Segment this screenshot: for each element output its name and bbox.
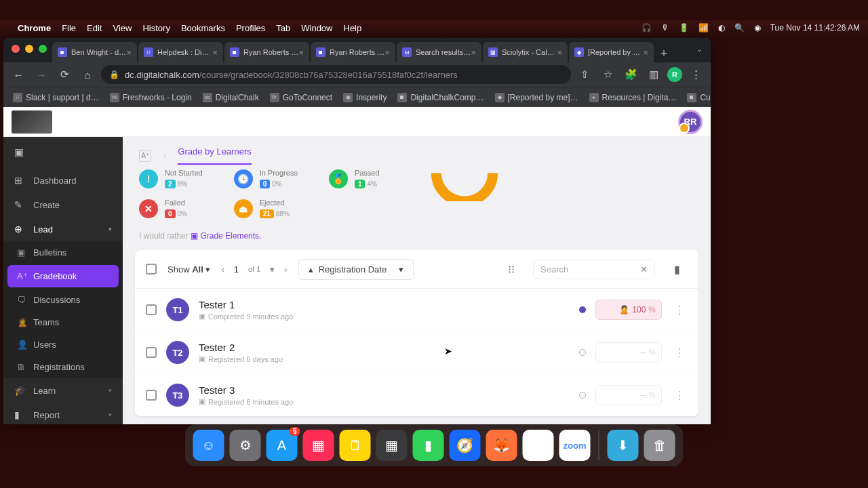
learner-row[interactable]: T2 Tester 2 ▣Registered 6 days ago -- % … — [135, 331, 698, 374]
stats-icon[interactable]: ▮ — [666, 258, 688, 280]
dock-app[interactable]: 🗑 — [644, 430, 675, 461]
close-tab-icon[interactable]: × — [471, 47, 476, 58]
sidebar-sub-bulletins[interactable]: ▣Bulletins — [3, 241, 123, 264]
side-panel-icon[interactable]: ▥ — [644, 65, 663, 84]
row-checkbox[interactable] — [146, 304, 157, 315]
browser-tab[interactable]: MSearch results - ry…× — [397, 42, 481, 62]
sidebar-item-lead[interactable]: ⊕Lead▾ — [3, 217, 123, 241]
grade-input[interactable]: 🙎 100 % — [595, 300, 662, 320]
dock-app[interactable]: ⬇ — [608, 430, 639, 461]
dock-app[interactable]: 🦊 — [486, 430, 517, 461]
sidebar-item-report[interactable]: ▮Report▾ — [3, 403, 123, 424]
tabs-overflow-icon[interactable]: ⌄ — [696, 45, 703, 54]
show-filter[interactable]: Show All ▾ — [167, 264, 210, 274]
headphones-icon[interactable]: 🎧 — [642, 23, 652, 33]
row-checkbox[interactable] — [146, 347, 157, 358]
gradebook-icon[interactable]: A⁺ — [139, 150, 151, 162]
menu-help[interactable]: Help — [344, 23, 362, 33]
menu-file[interactable]: File — [62, 23, 76, 33]
address-bar[interactable]: 🔒 dc.digitalchalk.com/course/gradebook/3… — [101, 65, 571, 84]
back-button[interactable]: ← — [9, 65, 28, 84]
bookmark-item[interactable]: ⁝⁝Slack | support | d… — [9, 91, 103, 104]
dock-app[interactable]: 🗒 — [340, 430, 371, 461]
spotlight-icon[interactable]: 🔍 — [734, 23, 745, 33]
menu-history[interactable]: History — [142, 23, 170, 33]
menu-profiles[interactable]: Profiles — [236, 23, 265, 33]
close-tab-icon[interactable]: × — [384, 47, 390, 58]
sidebar-item-learn[interactable]: 🎓Learn▾ — [3, 378, 123, 403]
control-center-icon[interactable]: ◐ — [718, 23, 725, 33]
learner-row[interactable]: T1 Tester 1 ▣Completed 9 minutes ago 🙎 1… — [135, 289, 698, 331]
dock-app[interactable]: ☺ — [193, 430, 224, 461]
tab-grade-by-learners[interactable]: Grade by Learners — [178, 146, 251, 165]
bookmark-item[interactable]: ▸Resources | Digita… — [585, 91, 681, 104]
browser-tab[interactable]: ◆[Reported by me] …× — [569, 42, 654, 62]
user-avatar[interactable]: RR — [678, 110, 703, 134]
row-checkbox[interactable] — [146, 390, 157, 401]
collapse-sidebar-icon[interactable]: ▣ — [3, 137, 123, 168]
chrome-menu-icon[interactable]: ⋮ — [686, 65, 705, 84]
window-maximize[interactable] — [39, 45, 47, 53]
filter-icon[interactable]: ⁝⁝ — [500, 258, 522, 280]
close-tab-icon[interactable]: × — [126, 47, 132, 58]
sort-dropdown[interactable]: ▴ Registration Date ▾ — [298, 259, 414, 280]
clock[interactable]: Tue Nov 14 11:42:26 AM — [770, 23, 860, 33]
dock-app[interactable]: ▦ — [376, 430, 408, 461]
bookmark-star-icon[interactable]: ☆ — [598, 65, 617, 84]
bookmark-item[interactable]: ◉Insperity — [339, 91, 391, 104]
app-logo[interactable] — [12, 110, 52, 134]
close-tab-icon[interactable]: × — [643, 47, 648, 58]
menu-edit[interactable]: Edit — [87, 23, 102, 33]
close-tab-icon[interactable]: × — [298, 47, 304, 58]
grade-input[interactable]: -- % — [595, 385, 662, 405]
window-minimize[interactable] — [25, 45, 33, 53]
menu-app[interactable]: Chrome — [18, 23, 51, 33]
sidebar-item-create[interactable]: ✎Create — [3, 192, 123, 217]
close-tab-icon[interactable]: × — [212, 47, 218, 58]
bookmark-item[interactable]: ◆[Reported by me]… — [491, 91, 583, 104]
page-next[interactable]: › — [284, 264, 287, 274]
learner-row[interactable]: T3 Tester 3 ▣Registered 6 minutes ago --… — [135, 374, 698, 416]
dock-app[interactable]: zoom — [559, 430, 591, 461]
mic-icon[interactable]: 🎙 — [661, 23, 669, 33]
sidebar-sub-gradebook[interactable]: A⁺Gradebook — [7, 265, 119, 287]
sidebar-sub-registrations[interactable]: 🗎Registrations — [3, 356, 123, 378]
row-menu-icon[interactable]: ⋮ — [671, 346, 688, 359]
sidebar-sub-teams[interactable]: 🙎Teams — [3, 311, 123, 333]
wifi-icon[interactable]: 📶 — [698, 23, 709, 33]
new-tab-button[interactable]: + — [655, 45, 673, 62]
profile-avatar[interactable]: R — [667, 67, 682, 82]
menu-view[interactable]: View — [113, 23, 132, 33]
battery-icon[interactable]: 🔋 — [679, 23, 689, 33]
dock-app[interactable]: ▦ — [303, 430, 334, 461]
search-input[interactable]: Search ✕ — [533, 260, 655, 279]
browser-tab[interactable]: ⏺Ben Wright - digit…× — [52, 42, 137, 62]
reload-button[interactable]: ⟳ — [55, 65, 74, 84]
dock-app[interactable]: ▮ — [413, 430, 444, 461]
grade-elements-link[interactable]: Grade Elements. — [200, 231, 261, 241]
dock-app[interactable]: ◉ — [523, 430, 554, 461]
home-button[interactable]: ⌂ — [78, 65, 97, 84]
browser-tab[interactable]: ⁝⁝Helpdesk : DigitalC…× — [138, 42, 223, 62]
forward-button[interactable]: → — [32, 65, 51, 84]
sidebar-item-dashboard[interactable]: ⊞Dashboard — [3, 168, 123, 192]
menu-tab[interactable]: Tab — [276, 23, 290, 33]
extensions-icon[interactable]: 🧩 — [621, 65, 640, 84]
select-all-checkbox[interactable] — [146, 264, 157, 274]
page-select-icon[interactable]: ▾ — [270, 264, 275, 274]
siri-icon[interactable]: ◉ — [754, 23, 761, 33]
dock-app[interactable]: A — [267, 430, 298, 461]
grade-input[interactable]: -- % — [595, 342, 662, 363]
bookmark-item[interactable]: ⟳GoToConnect — [266, 91, 336, 104]
bookmark-item[interactable]: ⏹Customers — [683, 91, 711, 104]
bookmark-item[interactable]: fdFreshworks - Login — [106, 91, 196, 104]
dock-app[interactable]: 🧭 — [450, 430, 481, 461]
sidebar-sub-discussions[interactable]: 🗨Discussions — [3, 289, 123, 311]
bookmark-item[interactable]: dcDigitalChalk — [199, 91, 263, 104]
browser-tab[interactable]: ▦Sciolytix - Calend…× — [483, 42, 568, 62]
row-menu-icon[interactable]: ⋮ — [671, 304, 688, 317]
page-prev[interactable]: ‹ — [221, 264, 224, 274]
browser-tab[interactable]: ⏹Ryan Roberts Dash…× — [311, 42, 395, 62]
dock-app[interactable]: ⚙ — [230, 430, 261, 461]
row-menu-icon[interactable]: ⋮ — [671, 389, 688, 402]
